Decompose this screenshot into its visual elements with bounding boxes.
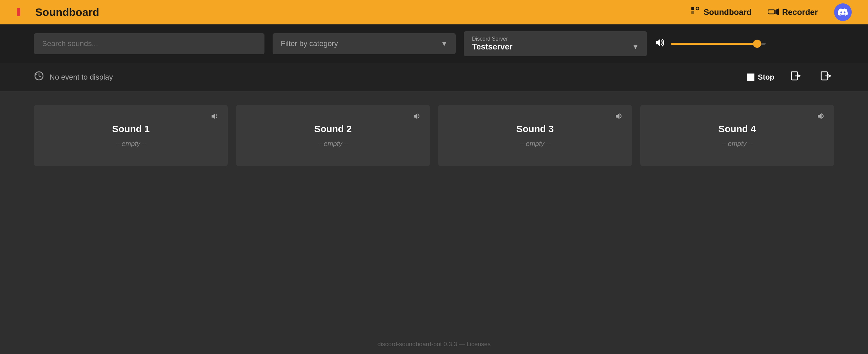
- svg-rect-4: [691, 11, 694, 14]
- recorder-nav-label: Recorder: [782, 7, 818, 17]
- svg-rect-5: [768, 10, 775, 14]
- stop-icon: [747, 74, 754, 81]
- volume-control: [655, 38, 766, 50]
- svg-marker-13: [212, 113, 215, 119]
- nav-recorder[interactable]: Recorder: [768, 7, 818, 18]
- sound-card-empty-4: -- empty --: [722, 140, 753, 148]
- sound-card-1[interactable]: Sound 1-- empty --: [34, 105, 228, 166]
- sound-card-name-2: Sound 2: [314, 124, 352, 134]
- header-right: Soundboard Recorder: [691, 3, 852, 21]
- nav-soundboard[interactable]: Soundboard: [691, 6, 751, 18]
- server-name-row: Testserver ▼: [472, 42, 639, 51]
- sound-volume-icon-4: [817, 112, 826, 123]
- main-content: Sound 1-- empty -- Sound 2-- empty -- So…: [0, 91, 868, 180]
- soundboard-nav-icon: [691, 6, 700, 18]
- leave-channel-button[interactable]: [818, 69, 834, 85]
- sound-card-name-1: Sound 1: [112, 124, 150, 134]
- svg-marker-7: [656, 39, 660, 46]
- sound-card-3[interactable]: Sound 3-- empty --: [438, 105, 632, 166]
- app-title: Soundboard: [35, 6, 99, 19]
- svg-rect-0: [17, 8, 20, 16]
- svg-rect-1: [22, 6, 25, 18]
- history-icon: [34, 71, 44, 83]
- svg-point-3: [696, 7, 699, 10]
- server-dropdown[interactable]: Discord Server Testserver ▼: [464, 31, 647, 56]
- discord-avatar[interactable]: [834, 3, 852, 21]
- sounds-grid: Sound 1-- empty -- Sound 2-- empty -- So…: [34, 105, 834, 166]
- sound-volume-icon-1: [211, 112, 220, 123]
- stop-button[interactable]: Stop: [747, 73, 774, 82]
- sound-card-empty-3: -- empty --: [519, 140, 551, 148]
- sound-card-name-4: Sound 4: [718, 124, 756, 134]
- footer-text: discord-soundboard-bot 0.3.3 — Licenses: [377, 341, 491, 348]
- chevron-down-icon: ▼: [441, 40, 448, 48]
- event-bar-right: Stop: [747, 69, 834, 85]
- search-input-wrapper: [34, 33, 264, 54]
- event-bar: No event to display Stop: [0, 63, 868, 91]
- svg-marker-16: [818, 113, 822, 119]
- no-event-text: No event to display: [50, 73, 113, 82]
- soundboard-logo-icon: [16, 5, 30, 19]
- filter-dropdown-label: Filter by category: [281, 39, 338, 48]
- sound-card-empty-1: -- empty --: [115, 140, 146, 148]
- volume-slider[interactable]: [671, 43, 766, 45]
- server-label: Discord Server: [472, 36, 639, 42]
- svg-marker-14: [414, 113, 417, 119]
- sound-card-name-3: Sound 3: [516, 124, 554, 134]
- sound-volume-icon-2: [413, 112, 422, 123]
- svg-rect-2: [691, 7, 694, 10]
- sound-card-empty-2: -- empty --: [317, 140, 349, 148]
- filter-dropdown[interactable]: Filter by category ▼: [273, 33, 456, 54]
- recorder-nav-icon: [768, 7, 779, 18]
- footer: discord-soundboard-bot 0.3.3 — Licenses: [0, 335, 868, 354]
- svg-marker-6: [775, 8, 779, 15]
- soundboard-nav-label: Soundboard: [704, 7, 751, 17]
- sound-volume-icon-3: [615, 112, 624, 123]
- app-header: Soundboard Soundboard Recorder: [0, 0, 868, 24]
- header-left: Soundboard: [16, 5, 99, 19]
- join-channel-button[interactable]: [788, 69, 804, 85]
- search-input[interactable]: [34, 33, 264, 54]
- sound-card-2[interactable]: Sound 2-- empty --: [236, 105, 430, 166]
- svg-marker-15: [616, 113, 619, 119]
- stop-label: Stop: [758, 73, 774, 82]
- server-chevron-down-icon: ▼: [632, 43, 639, 51]
- server-name: Testserver: [472, 42, 513, 51]
- controls-bar: Filter by category ▼ Discord Server Test…: [0, 24, 868, 63]
- event-bar-left: No event to display: [34, 71, 113, 83]
- volume-icon: [655, 38, 665, 50]
- sound-card-4[interactable]: Sound 4-- empty --: [640, 105, 834, 166]
